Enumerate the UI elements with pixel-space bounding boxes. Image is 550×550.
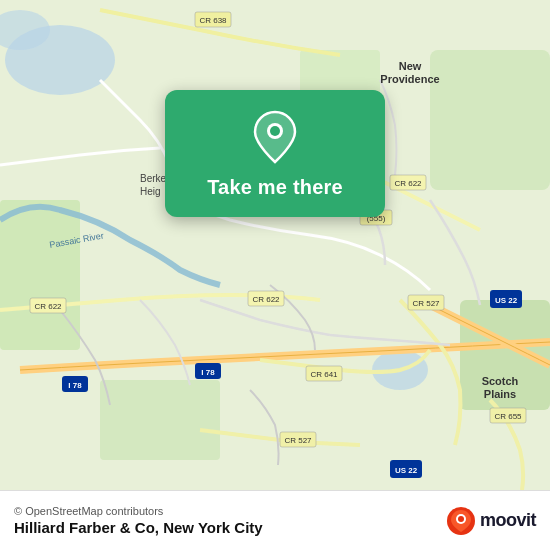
svg-text:I 78: I 78 xyxy=(68,381,82,390)
svg-point-43 xyxy=(270,126,280,136)
copyright-text: © OpenStreetMap contributors xyxy=(14,505,436,517)
moovit-logo: moovit xyxy=(446,506,536,536)
svg-rect-6 xyxy=(0,200,80,350)
svg-text:CR 622: CR 622 xyxy=(394,179,422,188)
svg-text:CR 527: CR 527 xyxy=(412,299,440,308)
svg-text:CR 622: CR 622 xyxy=(34,302,62,311)
svg-text:CR 622: CR 622 xyxy=(252,295,280,304)
svg-text:CR 527: CR 527 xyxy=(284,436,312,445)
svg-text:Plains: Plains xyxy=(484,388,516,400)
svg-text:CR 655: CR 655 xyxy=(494,412,522,421)
svg-rect-7 xyxy=(100,380,220,460)
svg-text:Providence: Providence xyxy=(380,73,439,85)
place-title: Hilliard Farber & Co, New York City xyxy=(14,519,436,536)
svg-rect-4 xyxy=(430,50,550,190)
svg-point-46 xyxy=(458,516,464,522)
moovit-text: moovit xyxy=(480,510,536,531)
map-pin-icon xyxy=(253,110,297,164)
moovit-brand-icon xyxy=(446,506,476,536)
svg-text:New: New xyxy=(399,60,422,72)
svg-text:I 78: I 78 xyxy=(201,368,215,377)
svg-text:US 22: US 22 xyxy=(495,296,518,305)
take-me-there-card[interactable]: Take me there xyxy=(165,90,385,217)
svg-text:Heig: Heig xyxy=(140,186,161,197)
svg-text:CR 638: CR 638 xyxy=(199,16,227,25)
map-container: Passaic River xyxy=(0,0,550,490)
svg-text:Berke: Berke xyxy=(140,173,167,184)
svg-text:Scotch: Scotch xyxy=(482,375,519,387)
take-me-there-label: Take me there xyxy=(207,176,343,199)
bottom-bar: © OpenStreetMap contributors Hilliard Fa… xyxy=(0,490,550,550)
svg-text:US 22: US 22 xyxy=(395,466,418,475)
svg-text:CR 641: CR 641 xyxy=(310,370,338,379)
